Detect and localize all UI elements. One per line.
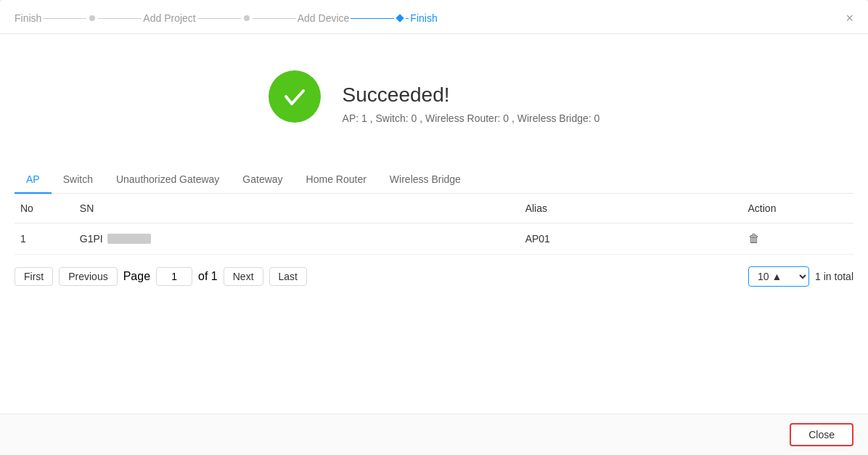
breadcrumb-finish-end: Finish (410, 12, 437, 24)
total-count: 1 in total (815, 271, 853, 282)
delete-button[interactable]: 🗑 (748, 232, 760, 245)
devices-table: No SN Alias Action 1 G1PI AP01 (15, 194, 853, 255)
col-header-action: Action (742, 194, 853, 224)
success-description: AP: 1 , Switch: 0 , Wireless Router: 0 ,… (343, 112, 600, 124)
success-content: Succeeded! AP: 1 , Switch: 0 , Wireless … (269, 70, 600, 137)
cell-sn: G1PI (74, 224, 520, 255)
tab-ap[interactable]: AP (15, 166, 52, 194)
per-page-select[interactable]: 10 ▲ 20 50 (748, 266, 809, 287)
col-header-alias: Alias (520, 194, 742, 224)
sn-cell-container: G1PI (80, 233, 514, 245)
table-section: No SN Alias Action 1 G1PI AP01 (0, 194, 868, 255)
pagination-right: 10 ▲ 20 50 1 in total (748, 266, 853, 287)
breadcrumb-add-device: Add Device (298, 12, 350, 24)
breadcrumb-line-3 (197, 18, 241, 19)
previous-page-button[interactable]: Previous (59, 267, 117, 286)
col-header-sn: SN (74, 194, 520, 224)
modal-header: Finish Add Project Add Device Finish × (0, 0, 868, 34)
success-section: Succeeded! AP: 1 , Switch: 0 , Wireless … (0, 34, 868, 159)
breadcrumb-line-5 (351, 18, 394, 19)
cell-alias: AP01 (520, 224, 742, 255)
modal-close-button[interactable]: × (846, 12, 853, 25)
table-header-row: No SN Alias Action (15, 194, 853, 224)
col-header-no: No (15, 194, 74, 224)
tab-unauthorized-gateway[interactable]: Unauthorized Gateway (105, 166, 231, 194)
page-of: of 1 (198, 270, 218, 283)
sn-blur (107, 234, 151, 244)
breadcrumb-line-4 (253, 18, 296, 19)
page-label: Page (123, 270, 150, 283)
breadcrumb-line-1 (43, 18, 86, 19)
success-text: Succeeded! AP: 1 , Switch: 0 , Wireless … (343, 83, 600, 124)
tab-wireless-bridge[interactable]: Wireless Bridge (378, 166, 472, 194)
breadcrumb-dot-1 (89, 15, 95, 21)
pagination: First Previous Page of 1 Next Last 10 ▲ … (0, 255, 868, 298)
breadcrumb-dot-2 (244, 15, 250, 21)
first-page-button[interactable]: First (15, 267, 53, 286)
page-input[interactable] (156, 267, 192, 286)
last-page-button[interactable]: Last (269, 267, 307, 286)
breadcrumb-finish-start: Finish (15, 12, 41, 24)
modal-footer: Close (0, 414, 868, 455)
breadcrumb-diamond (396, 14, 404, 22)
sn-prefix: G1PI (80, 233, 103, 245)
breadcrumb-add-project: Add Project (143, 12, 195, 24)
checkmark-icon (280, 82, 309, 111)
table-row: 1 G1PI AP01 🗑 (15, 224, 853, 255)
tab-home-router[interactable]: Home Router (295, 166, 378, 194)
cell-action: 🗑 (742, 224, 853, 255)
tabs-container: AP Switch Unauthorized Gateway Gateway H… (15, 166, 853, 194)
breadcrumb: Finish Add Project Add Device Finish (15, 12, 438, 24)
success-icon (269, 70, 321, 123)
close-footer-button[interactable]: Close (790, 423, 853, 446)
next-page-button[interactable]: Next (224, 267, 263, 286)
success-title: Succeeded! (343, 83, 600, 107)
wizard-modal: Finish Add Project Add Device Finish × (0, 0, 868, 455)
tab-gateway[interactable]: Gateway (231, 166, 294, 194)
breadcrumb-line-6 (406, 18, 409, 19)
tabs-section: AP Switch Unauthorized Gateway Gateway H… (0, 166, 868, 194)
breadcrumb-line-2 (98, 18, 142, 19)
cell-no: 1 (15, 224, 74, 255)
tab-switch[interactable]: Switch (52, 166, 105, 194)
